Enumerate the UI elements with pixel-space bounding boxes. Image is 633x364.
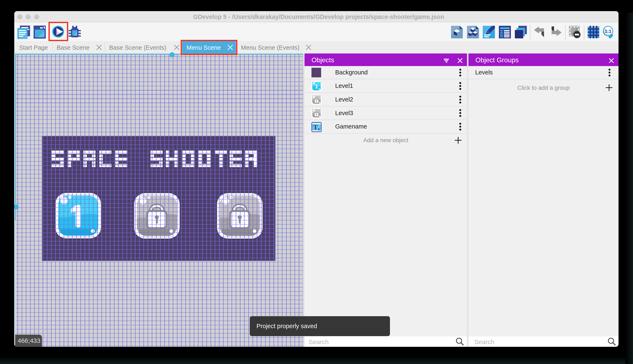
svg-text:x: x	[318, 127, 320, 131]
svg-text:1:1: 1:1	[605, 28, 611, 34]
svg-text:T: T	[313, 123, 318, 131]
svg-text:1: 1	[315, 83, 318, 90]
